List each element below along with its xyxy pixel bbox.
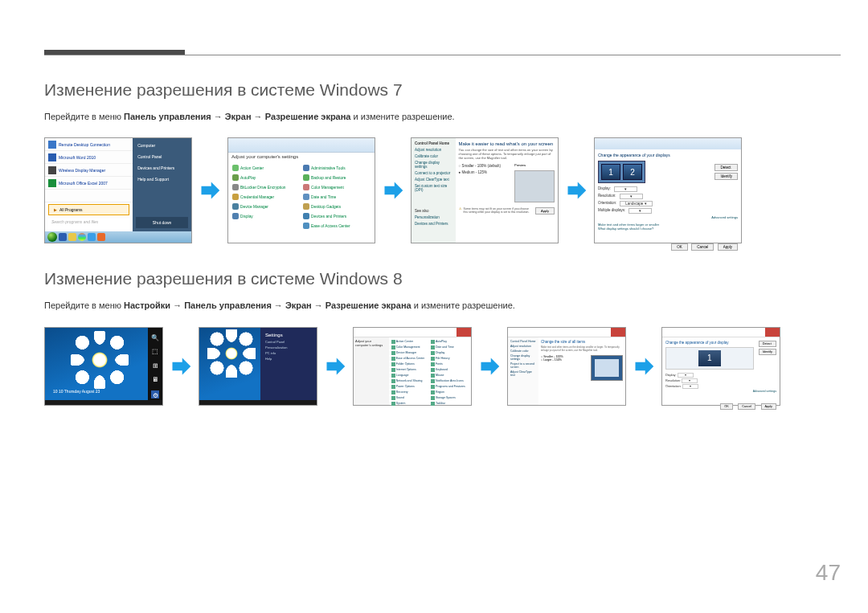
start-right-item: Devices and Printers: [133, 162, 191, 174]
win7-control-panel-screenshot: Adjust your computer's settings Action C…: [227, 137, 375, 243]
page-number: 47: [816, 560, 841, 586]
start-item: Remote Desktop Connection: [45, 138, 133, 151]
arrow-icon: [170, 355, 192, 378]
cp-item: Fonts: [430, 362, 469, 367]
apply-button: Apply: [718, 243, 738, 251]
sidebar-link: Adjust resolution: [510, 345, 536, 348]
cp-item: Devices and Printers: [301, 211, 372, 221]
win8-instruction: Перейдите в меню Настройки → Панель упра…: [44, 300, 841, 312]
identify-button: Identify: [714, 173, 738, 180]
settings-item: PC info: [265, 351, 312, 355]
start-charm-icon: ⊞: [151, 362, 159, 370]
sidebar-link: Change display settings: [415, 161, 452, 169]
win8-desktop-charms-screenshot: 10 10 Thursday August 23 🔍 ⬚ ⊞ 🖥 ⚙: [44, 327, 163, 406]
sidebar-link: Change display settings: [510, 354, 536, 361]
cp-item: Language: [391, 373, 430, 378]
taskbar: [45, 400, 162, 405]
sidebar-home: Control Panel Home: [415, 141, 452, 145]
arrow-icon: [199, 179, 221, 202]
info-note: ⚠Some items may not fit on your screen i…: [459, 207, 532, 215]
settings-item: Personalization: [265, 345, 312, 349]
header-divider: [44, 55, 841, 55]
sidebar-link: Control Panel Home: [510, 340, 536, 343]
cp-item: System: [391, 401, 430, 407]
res-title: Change the appearance of your display: [665, 341, 754, 345]
window-titlebar: [595, 138, 741, 149]
win7-flow: Remote Desktop Connection Microsoft Word…: [44, 137, 841, 243]
win8-settings-panel-screenshot: Settings Control Panel Personalization P…: [199, 327, 317, 406]
sidebar-link: Adjust resolution: [415, 148, 452, 152]
cancel-button: Cancel: [738, 403, 755, 410]
devices-charm-icon: 🖥: [151, 376, 159, 384]
cp-item: Keyboard: [430, 367, 469, 373]
see-also-link: Devices and Printers: [415, 222, 452, 226]
cp-item: Taskbar: [430, 401, 469, 407]
daisy-wallpaper-icon: [77, 337, 122, 382]
display-description: You can change the size of text and othe…: [459, 148, 555, 160]
all-programs-item: ▶All Programs: [48, 204, 129, 215]
cp-item: Region: [430, 390, 469, 395]
cp-item: Color Management: [301, 182, 372, 192]
cp-item: Internet Options: [391, 367, 430, 373]
cp-item: Device Manager: [391, 350, 430, 356]
close-icon: [457, 328, 471, 337]
cp-item: Power Options: [391, 384, 430, 390]
sidebar-link: Calibrate color: [510, 349, 536, 353]
monitor-preview: 1 2: [598, 161, 645, 183]
preview-thumb: [514, 170, 555, 202]
preview-thumb: [591, 355, 623, 381]
cp-item: Folder Options: [391, 362, 430, 367]
res-title: Change the appearance of your displays: [598, 153, 738, 157]
cp-item: Date and Time: [301, 192, 372, 202]
cp-item: Desktop Gadgets: [301, 202, 372, 211]
cp-item: AutoPlay: [430, 339, 469, 345]
cp-item: Notification Area Icons: [430, 378, 469, 384]
sidebar-link: Connect to a projector: [415, 171, 452, 175]
win7-display-screenshot: Control Panel Home Adjust resolution Cal…: [411, 137, 559, 243]
advanced-link: Advanced settings: [665, 390, 776, 393]
cp-item: File History: [430, 356, 469, 362]
window-titlebar: [354, 328, 471, 337]
section-windows8: Изменение разрешения в системе Windows 8…: [44, 269, 841, 405]
see-also-link: Personalization: [415, 215, 452, 219]
display-title: Change the size of all items: [541, 340, 623, 344]
close-icon: [611, 328, 625, 337]
cp-title: Adjust your computer's settings: [355, 339, 387, 347]
start-orb-icon: [47, 232, 57, 242]
ok-button: OK: [671, 243, 688, 251]
cp-item: BitLocker Drive Encryption: [231, 182, 301, 192]
win8-resolution-screenshot: Change the appearance of your display 1 …: [661, 327, 780, 406]
arrow-icon: [478, 355, 501, 378]
daisy-wallpaper-icon: [214, 336, 249, 371]
taskbar-icon: [78, 233, 86, 241]
size-option: ○ Larger - 150%: [541, 358, 563, 362]
sidebar-link: Calibrate color: [415, 154, 452, 158]
charms-bar: 🔍 ⬚ ⊞ 🖥 ⚙: [148, 328, 162, 405]
shutdown-item: Shut down: [136, 217, 188, 228]
cp-item: Color Management: [391, 345, 430, 350]
win7-start-menu-screenshot: Remote Desktop Connection Microsoft Word…: [44, 137, 192, 243]
cp-item: Action Center: [231, 163, 301, 173]
display-sub: Make text and other items on the desktop…: [541, 345, 623, 352]
win7-instruction: Перейдите в меню Панель управления → Экр…: [44, 111, 841, 123]
start-right-item: Help and Support: [133, 174, 191, 185]
apply-button: Apply: [535, 207, 555, 215]
win7-resolution-screenshot: Change the appearance of your displays 1…: [594, 137, 742, 243]
share-charm-icon: ⬚: [151, 348, 159, 356]
taskbar-icon: [59, 233, 67, 241]
cp-item: Sound: [391, 395, 430, 401]
cp-item: [231, 221, 301, 231]
taskbar: [45, 231, 191, 243]
window-titlebar: [662, 328, 780, 337]
sidebar-link: Set custom text size (DPI): [415, 184, 452, 192]
section-windows7: Изменение разрешения в системе Windows 7…: [44, 80, 841, 243]
cp-item: Display: [231, 211, 301, 221]
display-title: Make it easier to read what's on your sc…: [459, 141, 555, 146]
cp-item: Action Center: [391, 339, 430, 345]
cancel-button: Cancel: [691, 243, 714, 251]
cp-item: Date and Time: [430, 345, 469, 350]
window-titlebar: [508, 328, 625, 337]
cp-title: Adjust your computer's settings: [228, 153, 375, 161]
start-item: Microsoft Office Excel 2007: [45, 177, 133, 190]
win8-flow: 10 10 Thursday August 23 🔍 ⬚ ⊞ 🖥 ⚙ Setti…: [44, 327, 841, 406]
